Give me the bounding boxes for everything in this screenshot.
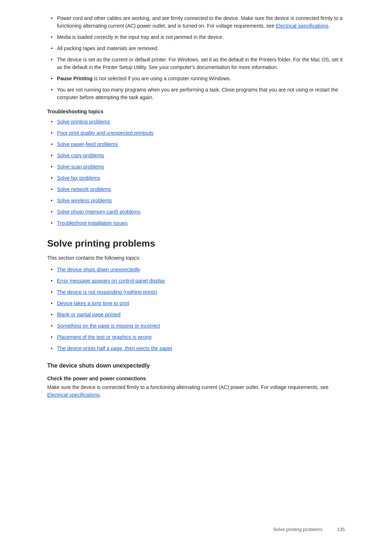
topic-link[interactable]: Solve network problems xyxy=(57,186,111,192)
topic-link[interactable]: Solve fax problems xyxy=(57,175,100,181)
topic-link[interactable]: Solve copy problems xyxy=(57,153,104,158)
list-item: Solve paper-feed problems xyxy=(47,141,345,148)
printing-topic-item: Error message appears on control-panel d… xyxy=(57,277,345,285)
page-footer: Solve printing problems 135 xyxy=(273,527,345,532)
footer-page-number: 135 xyxy=(337,527,345,532)
topic-link[interactable]: Poor print quality and unexpected printo… xyxy=(57,130,154,136)
topic-link-item: Solve wireless problems xyxy=(57,197,345,204)
list-item: Troubleshoot installation issues xyxy=(47,219,345,227)
list-item: Power cord and other cables are working,… xyxy=(47,15,345,30)
list-item: Solve photo (memory card) problems xyxy=(47,208,345,216)
list-item: Solve scan problems xyxy=(47,163,345,171)
bullet-text-2: Media is loaded correctly in the input t… xyxy=(57,33,345,41)
printing-topic-item: Device takes a long time to print xyxy=(57,300,345,307)
list-item: Something on the page is missing or inco… xyxy=(47,322,345,330)
list-item: Solve fax problems xyxy=(47,174,345,182)
topic-link-item: Solve scan problems xyxy=(57,163,345,171)
bullet-text-3: All packing tapes and materials are remo… xyxy=(57,45,345,52)
printing-topic-item: The device prints half a page, then ejec… xyxy=(57,345,345,352)
list-item: The device prints half a page, then ejec… xyxy=(47,345,345,352)
list-item: The device shuts down unexpectedly xyxy=(47,266,345,273)
troubleshooting-topics-list: Solve printing problemsPoor print qualit… xyxy=(47,118,345,227)
printing-topic-link[interactable]: The device shuts down unexpectedly xyxy=(57,267,140,272)
topic-link[interactable]: Solve printing problems xyxy=(57,119,110,125)
printing-topic-link[interactable]: The device prints half a page, then ejec… xyxy=(57,345,172,351)
topic-link-item: Solve fax problems xyxy=(57,174,345,182)
printing-topic-link[interactable]: Something on the page is missing or inco… xyxy=(57,323,160,329)
topic-link-item: Solve network problems xyxy=(57,186,345,193)
solve-printing-title: Solve printing problems xyxy=(47,238,345,249)
troubleshooting-topics-heading: Troubleshooting topics xyxy=(47,109,345,114)
bullet-text-4: The device is set as the current or defa… xyxy=(57,56,345,71)
list-item: Solve wireless problems xyxy=(47,197,345,204)
bullet-text-5: Pause Printing is not selected if you ar… xyxy=(57,75,345,82)
topic-link[interactable]: Solve scan problems xyxy=(57,164,104,170)
topic-link-item: Solve copy problems xyxy=(57,152,345,159)
list-item: Placement of the text or graphics is wro… xyxy=(47,333,345,341)
solve-printing-intro: This section contains the following topi… xyxy=(47,254,345,262)
printing-topic-item: Placement of the text or graphics is wro… xyxy=(57,333,345,341)
solve-printing-list: The device shuts down unexpectedlyError … xyxy=(47,266,345,352)
footer-label: Solve printing problems xyxy=(273,527,322,532)
printing-topic-link[interactable]: Device takes a long time to print xyxy=(57,300,129,306)
list-item: Blank or partial page printed xyxy=(47,311,345,319)
list-item: Device takes a long time to print xyxy=(47,300,345,307)
shuts-down-body: Make sure the device is connected firmly… xyxy=(47,384,345,399)
list-item: The device is not responding (nothing pr… xyxy=(47,288,345,296)
bullet-text-6: You are not running too many programs wh… xyxy=(57,86,345,101)
bullet-text-1: Power cord and other cables are working,… xyxy=(57,15,345,30)
printing-topic-item: The device is not responding (nothing pr… xyxy=(57,288,345,296)
list-item: Solve network problems xyxy=(47,186,345,193)
printing-topic-item: The device shuts down unexpectedly xyxy=(57,266,345,273)
topic-link[interactable]: Solve paper-feed problems xyxy=(57,141,118,147)
list-item: Pause Printing is not selected if you ar… xyxy=(47,75,345,82)
topic-link[interactable]: Solve photo (memory card) problems xyxy=(57,209,140,215)
list-item: Poor print quality and unexpected printo… xyxy=(47,129,345,137)
top-bullet-list: Power cord and other cables are working,… xyxy=(47,15,345,101)
topic-link-item: Solve printing problems xyxy=(57,118,345,126)
list-item: The device is set as the current or defa… xyxy=(47,56,345,71)
printing-topic-link[interactable]: Placement of the text or graphics is wro… xyxy=(57,334,152,340)
shuts-down-heading: The device shuts down unexpectedly xyxy=(47,362,345,369)
list-item: Media is loaded correctly in the input t… xyxy=(47,33,345,41)
topic-link-item: Solve photo (memory card) problems xyxy=(57,208,345,216)
topic-link-item: Troubleshoot installation issues xyxy=(57,219,345,227)
printing-topic-link[interactable]: Blank or partial page printed xyxy=(57,312,121,317)
printing-topic-item: Something on the page is missing or inco… xyxy=(57,322,345,330)
topic-link-item: Solve paper-feed problems xyxy=(57,141,345,148)
electrical-specs-link-2[interactable]: Electrical specifications xyxy=(47,392,100,398)
list-item: Error message appears on control-panel d… xyxy=(47,277,345,285)
electrical-specs-link-1[interactable]: Electrical specifications xyxy=(276,23,328,29)
page-container: Power cord and other cables are working,… xyxy=(0,0,392,432)
printing-topic-item: Blank or partial page printed xyxy=(57,311,345,319)
check-power-subheading: Check the power and power connections xyxy=(47,376,345,381)
printing-topic-link[interactable]: Error message appears on control-panel d… xyxy=(57,278,165,284)
printing-topic-link[interactable]: The device is not responding (nothing pr… xyxy=(57,289,157,295)
list-item: You are not running too many programs wh… xyxy=(47,86,345,101)
list-item: All packing tapes and materials are remo… xyxy=(47,45,345,52)
pause-printing-bold: Pause Printing xyxy=(57,76,93,81)
list-item: Solve printing problems xyxy=(47,118,345,126)
topic-link[interactable]: Troubleshoot installation issues xyxy=(57,220,128,226)
topic-link-item: Poor print quality and unexpected printo… xyxy=(57,129,345,137)
topic-link[interactable]: Solve wireless problems xyxy=(57,198,112,203)
list-item: Solve copy problems xyxy=(47,152,345,159)
